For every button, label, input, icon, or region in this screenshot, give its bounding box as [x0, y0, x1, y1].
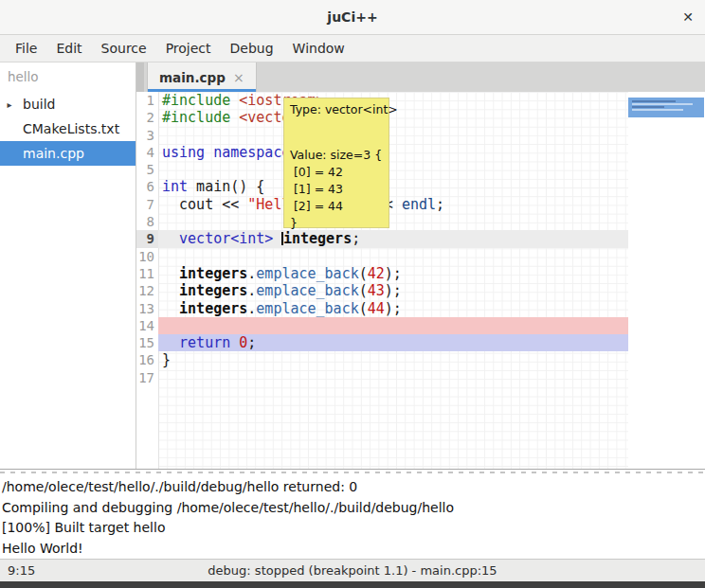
- terminal-line: Hello World!: [2, 539, 703, 560]
- tab-close-icon[interactable]: ×: [233, 70, 244, 85]
- terminal-line: [100%] Built target hello: [2, 518, 703, 539]
- tooltip-value-line: }: [290, 215, 383, 232]
- line-number[interactable]: 15: [136, 334, 158, 351]
- code-line[interactable]: 12 integers.emplace_back(43);: [136, 282, 628, 299]
- menubar: FileEditSourceProjectDebugWindow: [0, 35, 705, 62]
- code-line-text: integers.emplace_back(42);: [158, 265, 628, 282]
- code-token: vector<int>: [179, 230, 273, 247]
- tree-item-label: CMakeLists.txt: [23, 121, 119, 136]
- tree-item-main-cpp[interactable]: main.cpp: [0, 141, 136, 166]
- code-line-text: int main() {: [158, 178, 628, 195]
- status-cursor-position: 9:15: [8, 563, 35, 578]
- line-number[interactable]: 14: [136, 317, 158, 334]
- terminal-output[interactable]: /home/olece/test/hello/./build/debug/hel…: [0, 474, 705, 559]
- code-token: );: [385, 265, 402, 282]
- tooltip-value-block: Value: size=3 { [0] = 42 [1] = 43 [2] = …: [290, 147, 383, 232]
- editor-pane: main.cpp× 1#include <iostream>2#include …: [136, 62, 705, 469]
- code-editor[interactable]: 1#include <iostream>2#include <vector>34…: [136, 92, 705, 469]
- code-token: emplace_back: [256, 282, 358, 299]
- main-content: hello ▸buildCMakeLists.txtmain.cpp main.…: [0, 62, 705, 469]
- line-number[interactable]: 10: [136, 248, 158, 265]
- code-line[interactable]: 13 integers.emplace_back(44);: [136, 300, 628, 317]
- menu-item-source[interactable]: Source: [92, 35, 156, 62]
- code-token: [162, 265, 179, 282]
- menu-item-debug[interactable]: Debug: [221, 35, 283, 62]
- code-line[interactable]: 16}: [136, 351, 628, 368]
- line-number[interactable]: 17: [136, 369, 158, 386]
- line-number[interactable]: 11: [136, 265, 158, 282]
- code-line-text: cout << "Hello World!" << endl;: [158, 196, 628, 213]
- code-token: integers: [179, 265, 247, 282]
- code-token: integers: [179, 300, 247, 317]
- line-number[interactable]: 7: [136, 196, 158, 213]
- code-token: [205, 144, 213, 161]
- code-token: [162, 230, 179, 247]
- tree-item-label: build: [23, 97, 55, 112]
- code-token: [230, 334, 239, 351]
- code-line-text: [158, 161, 628, 178]
- line-number[interactable]: 1: [136, 92, 158, 109]
- code-line[interactable]: 11 integers.emplace_back(42);: [136, 265, 628, 282]
- project-name: hello: [0, 62, 136, 90]
- status-debug-message: debug: stopped (breakpoint 1.1) - main.c…: [208, 563, 497, 578]
- code-line-text: [158, 317, 628, 334]
- line-number[interactable]: 13: [136, 300, 158, 317]
- tab-main-cpp[interactable]: main.cpp×: [147, 62, 257, 92]
- tooltip-value-line: Value: size=3 {: [290, 147, 383, 164]
- code-line-text: vector<int> integers;: [158, 230, 628, 247]
- code-token: emplace_back: [256, 300, 358, 317]
- peek-text-line: [632, 109, 683, 111]
- line-number[interactable]: 5: [136, 161, 158, 178]
- line-number[interactable]: 6: [136, 178, 158, 195]
- window-title: juCi++: [327, 9, 377, 25]
- code-line-text: [158, 248, 628, 265]
- code-line[interactable]: 9 vector<int> integers;: [136, 230, 628, 247]
- code-token: [273, 230, 281, 247]
- line-number[interactable]: 9: [136, 230, 158, 247]
- expander-icon[interactable]: ▸: [2, 99, 17, 110]
- debug-value-tooltip: Type: vector<int> Value: size=3 { [0] = …: [283, 98, 389, 228]
- tooltip-value-line: [0] = 42: [290, 164, 383, 181]
- app-window: juCi++ ✕ FileEditSourceProjectDebugWindo…: [0, 0, 705, 588]
- code-line[interactable]: 14: [136, 317, 628, 334]
- code-token: }: [162, 351, 171, 368]
- line-number[interactable]: 4: [136, 144, 158, 161]
- menu-item-file[interactable]: File: [6, 35, 46, 62]
- tabbar-notch: [136, 62, 144, 92]
- menu-item-window[interactable]: Window: [283, 35, 354, 62]
- code-token: int: [162, 178, 188, 195]
- menu-item-edit[interactable]: Edit: [46, 35, 91, 62]
- code-token: cout <<: [162, 196, 247, 213]
- code-token: ;: [352, 230, 360, 247]
- tabbar: main.cpp×: [136, 62, 705, 92]
- close-icon[interactable]: ✕: [682, 0, 694, 34]
- line-number[interactable]: 2: [136, 109, 158, 126]
- code-line-text: [158, 369, 628, 386]
- code-token: .: [247, 282, 256, 299]
- tooltip-value-line: [1] = 43: [290, 181, 383, 198]
- code-line-text: using namespace std;: [158, 144, 628, 161]
- code-token: 42: [368, 265, 385, 282]
- code-token: main() {: [188, 178, 264, 195]
- code-token: return: [179, 334, 230, 351]
- code-line-text: integers.emplace_back(43);: [158, 282, 628, 299]
- code-line[interactable]: 10: [136, 248, 628, 265]
- code-line-text: return 0;: [158, 334, 628, 351]
- code-token: [162, 282, 179, 299]
- tree-item-cmakelists-txt[interactable]: CMakeLists.txt: [0, 116, 136, 141]
- line-number[interactable]: 3: [136, 127, 158, 144]
- line-number[interactable]: 8: [136, 213, 158, 230]
- tree-item-build[interactable]: ▸build: [0, 92, 136, 116]
- code-line-text: }: [158, 351, 628, 368]
- code-line[interactable]: 17: [136, 369, 628, 386]
- titlebar: juCi++ ✕: [0, 0, 705, 35]
- code-token: .: [247, 265, 256, 282]
- line-number[interactable]: 16: [136, 351, 158, 368]
- code-token: namespace: [213, 144, 290, 161]
- code-token: );: [385, 282, 402, 299]
- code-line[interactable]: 15 return 0;: [136, 334, 628, 351]
- tooltip-value-line: [2] = 44: [290, 198, 383, 215]
- menu-item-project[interactable]: Project: [156, 35, 221, 62]
- line-number[interactable]: 12: [136, 282, 158, 299]
- code-peek-overlay: [628, 98, 704, 117]
